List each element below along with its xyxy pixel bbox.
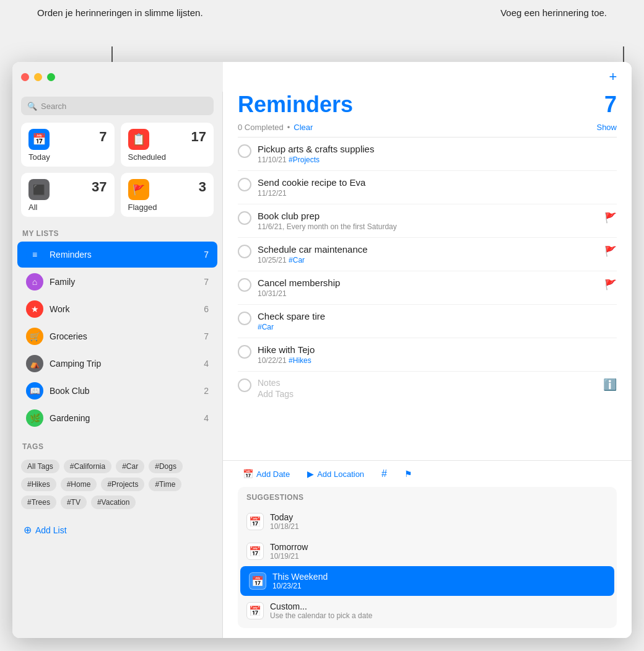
search-placeholder: Search (41, 102, 66, 111)
info-icon[interactable]: ℹ️ (603, 378, 617, 391)
tag-vacation[interactable]: #Vacation (91, 496, 136, 509)
show-link[interactable]: Show (596, 123, 617, 132)
suggestion-tomorrow[interactable]: 📅 Tomorrow 10/19/21 (238, 536, 617, 566)
tag-time[interactable]: #Time (149, 478, 181, 491)
scheduled-icon: 📋 (132, 133, 146, 146)
all-count: 37 (92, 179, 107, 195)
suggestion-today-date: 10/18/21 (270, 522, 299, 531)
tag-projects[interactable]: #Projects (101, 478, 144, 491)
bookclub-list-count: 2 (204, 386, 209, 396)
flag-icon-4: 🚩 (604, 245, 617, 257)
reminder-body-7: Hike with Tejo 10/22/21 #Hikes (258, 344, 617, 365)
maximize-button[interactable] (47, 73, 55, 81)
sidebar-item-reminders[interactable]: ≡ Reminders 7 (17, 242, 217, 268)
minimize-button[interactable] (34, 73, 42, 81)
add-date-button[interactable]: 📅 Add Date (238, 466, 295, 481)
all-icon-circle: ⬛ (28, 179, 50, 200)
add-location-button[interactable]: ▶ Add Location (302, 466, 369, 481)
smart-tile-flagged[interactable]: 🚩 3 Flagged (121, 173, 214, 217)
add-flag-button[interactable]: ⚑ (399, 466, 417, 481)
tag-home[interactable]: #Home (61, 478, 97, 491)
sidebar-item-book-club[interactable]: 📖 Book Club 2 (17, 378, 217, 404)
reminder-tag-7: #Hikes (289, 356, 311, 365)
reminder-circle-3[interactable] (238, 211, 251, 225)
work-list-name: Work (50, 304, 198, 314)
add-list-label: Add List (35, 525, 67, 535)
suggestion-today-body: Today 10/18/21 (270, 512, 299, 531)
suggestion-custom-date: Use the calendar to pick a date (270, 611, 372, 620)
sidebar-item-groceries[interactable]: 🛒 Groceries 7 (17, 323, 217, 349)
reminder-circle-6[interactable] (238, 312, 251, 325)
clear-link[interactable]: Clear (294, 123, 313, 132)
reminder-item-3: Book club prep 11/6/21, Every month on t… (238, 204, 617, 238)
reminder-title-2: Send cookie recipe to Eva (258, 177, 617, 188)
groceries-list-name: Groceries (50, 331, 198, 341)
tag-all-tags[interactable]: All Tags (21, 460, 59, 473)
add-list-button[interactable]: ⊕ Add List (21, 520, 214, 540)
suggestion-tomorrow-title: Tomorrow (270, 542, 308, 552)
reminder-circle-7[interactable] (238, 345, 251, 359)
tag-trees[interactable]: #Trees (21, 496, 56, 509)
camping-icon: ⛺ (26, 355, 43, 372)
sidebar-item-family[interactable]: ⌂ Family 7 (17, 269, 217, 295)
completed-text: 0 Completed (238, 123, 284, 132)
family-list-name: Family (50, 277, 198, 287)
smart-grid: 📅 7 Today 📋 17 Scheduled ⬛ 37 All (21, 123, 214, 217)
reminder-body-4: Schedule car maintenance 10/25/21 #Car (258, 244, 598, 264)
tag-tv[interactable]: #TV (61, 496, 87, 509)
reminder-body-6: Check spare tire #Car (258, 311, 617, 331)
reminders-list: Pickup arts & crafts supplies 11/10/21 #… (223, 138, 632, 460)
groceries-icon: 🛒 (26, 328, 43, 345)
reminders-list-count: 7 (204, 250, 209, 260)
reminder-item-1: Pickup arts & crafts supplies 11/10/21 #… (238, 138, 617, 171)
sidebar-item-gardening[interactable]: 🌿 Gardening 4 (17, 405, 217, 431)
tag-car[interactable]: #Car (116, 460, 144, 473)
reminder-subtitle-3: 11/6/21, Every month on the first Saturd… (258, 222, 598, 231)
reminder-subtitle-4: 10/25/21 #Car (258, 256, 598, 264)
reminder-circle-4[interactable] (238, 245, 251, 258)
reminder-circle-1[interactable] (238, 144, 251, 158)
add-tags-placeholder[interactable]: Add Tags (258, 389, 597, 399)
add-reminder-button[interactable]: + (604, 68, 622, 85)
search-bar[interactable]: 🔍 Search (21, 97, 214, 115)
completed-row: 0 Completed • Clear Show (223, 123, 632, 137)
flag-icon-5: 🚩 (604, 279, 617, 291)
reminder-circle-2[interactable] (238, 178, 251, 191)
reminder-title-5: Cancel membership (258, 277, 598, 288)
tag-california[interactable]: #California (64, 460, 111, 473)
notes-placeholder[interactable]: Notes (258, 378, 597, 388)
close-button[interactable] (21, 73, 29, 81)
reminder-tag-4: #Car (289, 256, 305, 264)
smart-tile-all[interactable]: ⬛ 37 All (21, 173, 115, 217)
reminder-tag-1: #Projects (289, 155, 320, 164)
reminder-subtitle-1: 11/10/21 #Projects (258, 155, 617, 164)
suggestion-custom-icon: 📅 (246, 602, 264, 619)
reminder-title-6: Check spare tire (258, 311, 617, 321)
scheduled-icon-circle: 📋 (128, 129, 149, 150)
suggestion-custom[interactable]: 📅 Custom... Use the calendar to pick a d… (238, 596, 617, 626)
new-reminder-circle (238, 378, 251, 392)
add-date-label: Add Date (256, 470, 290, 479)
add-tag-button[interactable]: # (376, 466, 392, 482)
tag-hikes[interactable]: #Hikes (21, 478, 56, 491)
smart-tile-today[interactable]: 📅 7 Today (21, 123, 115, 167)
suggestions-label: Suggestions (238, 493, 617, 507)
sidebar-item-work[interactable]: ★ Work 6 (17, 296, 217, 322)
smart-tile-scheduled[interactable]: 📋 17 Scheduled (121, 123, 214, 167)
suggestion-tomorrow-body: Tomorrow 10/19/21 (270, 542, 308, 561)
reminder-item-6: Check spare tire #Car (238, 305, 617, 338)
gardening-list-count: 4 (204, 413, 209, 423)
suggestion-today[interactable]: 📅 Today 10/18/21 (238, 507, 617, 536)
suggestion-weekend-date: 10/23/21 (272, 582, 328, 590)
camping-list-name: Camping Trip (50, 359, 198, 369)
tag-dogs[interactable]: #Dogs (149, 460, 183, 473)
reminder-item-7: Hike with Tejo 10/22/21 #Hikes (238, 338, 617, 372)
today-label: Today (28, 152, 107, 162)
all-icon: ⬛ (33, 184, 45, 196)
suggestion-this-weekend[interactable]: 📅 This Weekend 10/23/21 (240, 566, 614, 596)
reminder-item-4: Schedule car maintenance 10/25/21 #Car 🚩 (238, 238, 617, 271)
gardening-list-name: Gardening (50, 413, 198, 423)
reminder-circle-5[interactable] (238, 278, 251, 292)
sidebar-item-camping-trip[interactable]: ⛺ Camping Trip 4 (17, 351, 217, 377)
camping-list-count: 4 (204, 359, 209, 369)
